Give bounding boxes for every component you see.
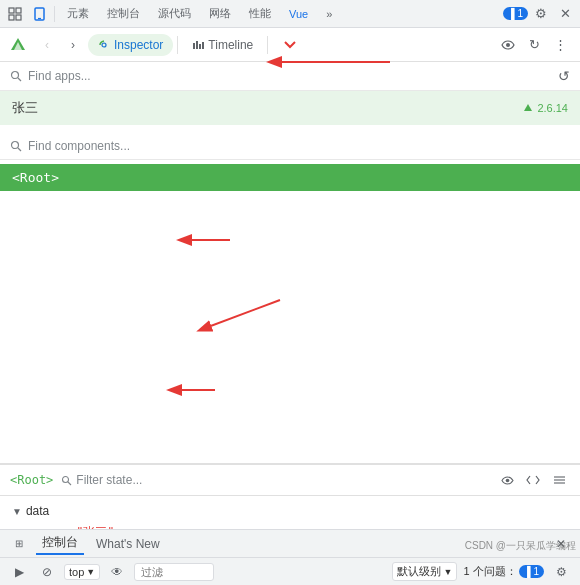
svg-point-13 <box>506 43 510 47</box>
svg-point-19 <box>63 476 69 482</box>
tab-divider2 <box>267 36 268 54</box>
svg-line-20 <box>68 482 71 485</box>
svg-rect-2 <box>9 15 14 20</box>
issue-badge: 1 个问题： ▐ 1 <box>463 564 544 579</box>
block-icon[interactable]: ⊘ <box>36 561 58 583</box>
panel-actions <box>496 469 570 491</box>
list-panel-icon[interactable] <box>548 469 570 491</box>
gear-status-icon[interactable]: ⚙ <box>550 561 572 583</box>
root-item[interactable]: <Root> <box>0 164 580 191</box>
data-group-toggle[interactable]: ▼ <box>12 506 22 517</box>
tab-elements[interactable]: 元素 <box>59 4 97 23</box>
search-components-icon <box>10 140 22 152</box>
more-options-icon[interactable]: ⋮ <box>548 33 572 57</box>
refresh-apps-icon[interactable]: ↺ <box>558 68 570 84</box>
console-filter-input[interactable] <box>134 563 214 581</box>
tab-more[interactable]: » <box>318 6 340 22</box>
find-components-input[interactable] <box>28 139 570 153</box>
svg-point-8 <box>102 43 106 47</box>
inspect-icon[interactable] <box>4 3 26 25</box>
filter-search-icon <box>61 475 72 486</box>
devtools-toolbar: 元素 控制台 源代码 网络 性能 Vue » ▐ 1 ⚙ ✕ <box>0 0 580 28</box>
data-group-header: ▼ data <box>12 504 568 518</box>
svg-point-21 <box>505 478 509 482</box>
tab-whatsnew-label[interactable]: What's New <box>90 535 166 553</box>
settings-icon[interactable]: ⚙ <box>530 3 552 25</box>
close-icon[interactable]: ✕ <box>554 3 576 25</box>
svg-rect-10 <box>196 41 198 49</box>
vue-logo <box>8 35 28 55</box>
data-group-label: data <box>26 504 49 518</box>
divider <box>54 6 55 22</box>
play-icon[interactable]: ▶ <box>8 561 30 583</box>
level-chevron: ▼ <box>443 567 452 577</box>
status-bar: ▶ ⊘ top ▼ 👁 默认级别 ▼ 1 个问题： ▐ 1 ⚙ <box>0 557 580 585</box>
filter-wrap <box>134 563 257 581</box>
svg-line-18 <box>18 148 21 151</box>
state-breadcrumb[interactable]: <Root> <box>10 473 53 487</box>
issues-badge: ▐ 1 <box>503 7 528 20</box>
svg-rect-1 <box>16 8 21 13</box>
main-content: ↺ 张三 2.6.14 <Root> <Root> <box>0 62 580 551</box>
state-panel-header: <Root> <box>0 465 580 496</box>
eye-panel-icon[interactable] <box>496 469 518 491</box>
issue-count: ▐ 1 <box>519 565 544 578</box>
svg-line-15 <box>18 78 21 81</box>
root-label: <Root> <box>12 170 59 185</box>
tab-timeline[interactable]: Timeline <box>182 34 263 56</box>
svg-rect-9 <box>193 43 195 49</box>
top-select[interactable]: top ▼ <box>64 564 100 580</box>
more-icon-tab[interactable] <box>272 33 308 57</box>
log-level-select[interactable]: 默认级别 ▼ <box>392 562 457 581</box>
console-bar: ⊞ 控制台 What's New ✕ <box>0 529 580 557</box>
issues-text: 1 个问题： <box>463 564 516 579</box>
tab-inspector[interactable]: Inspector <box>88 34 173 56</box>
vue-version-icon <box>523 103 533 113</box>
svg-point-17 <box>12 142 19 149</box>
forward-button[interactable]: › <box>62 34 84 56</box>
console-close-icon[interactable]: ✕ <box>550 533 572 555</box>
tab-divider <box>177 36 178 54</box>
svg-rect-12 <box>202 42 204 49</box>
tab-network[interactable]: 网络 <box>201 4 239 23</box>
svg-rect-0 <box>9 8 14 13</box>
eye-icon[interactable] <box>496 33 520 57</box>
top-chevron: ▼ <box>86 567 95 577</box>
vue-tabbar: ‹ › Inspector Timeline ↻ ⋮ <box>0 28 580 62</box>
tab-console-label[interactable]: 控制台 <box>36 532 84 555</box>
level-label: 默认级别 <box>397 564 441 579</box>
tab-performance[interactable]: 性能 <box>241 4 279 23</box>
eye-status-icon[interactable]: 👁 <box>106 561 128 583</box>
tab-console[interactable]: 控制台 <box>99 4 148 23</box>
timeline-tab-label: Timeline <box>208 38 253 52</box>
app-item[interactable]: 张三 2.6.14 <box>0 91 580 125</box>
svg-rect-11 <box>199 44 201 49</box>
inspector-tab-label: Inspector <box>114 38 163 52</box>
code-panel-icon[interactable] <box>522 469 544 491</box>
search-icon <box>10 70 22 82</box>
filter-state-input[interactable] <box>76 473 488 487</box>
svg-marker-16 <box>524 104 532 111</box>
console-expand-icon[interactable]: ⊞ <box>8 533 30 555</box>
top-label: top <box>69 566 84 578</box>
refresh-icon[interactable]: ↻ <box>522 33 546 57</box>
app-version: 2.6.14 <box>523 102 568 114</box>
find-components-section <box>0 133 580 160</box>
back-button[interactable]: ‹ <box>36 34 58 56</box>
tabbar-actions: ↻ ⋮ <box>496 33 572 57</box>
find-apps-section: ↺ <box>0 62 580 91</box>
spacer <box>0 195 580 463</box>
tab-vue[interactable]: Vue <box>281 6 316 22</box>
mobile-icon[interactable] <box>28 3 50 25</box>
app-name: 张三 <box>12 99 38 117</box>
svg-rect-3 <box>16 15 21 20</box>
find-apps-input[interactable] <box>28 69 552 83</box>
svg-point-14 <box>12 72 19 79</box>
filter-input-wrap <box>61 473 488 487</box>
tab-sources[interactable]: 源代码 <box>150 4 199 23</box>
